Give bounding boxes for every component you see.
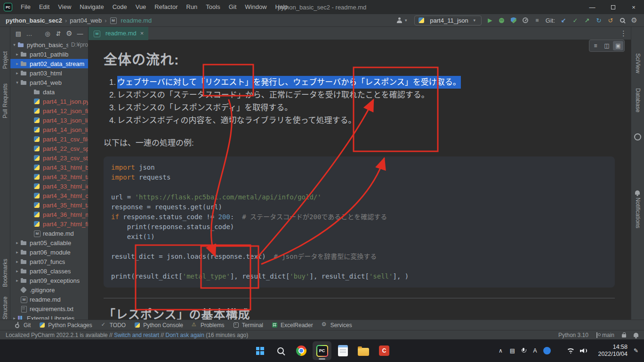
debug-button[interactable] — [499, 16, 505, 24]
tree-row[interactable]: part4_22_csv_split_l — [10, 144, 88, 153]
tree-chevron-icon[interactable]: ▸ — [14, 278, 20, 283]
maximize-button[interactable] — [603, 0, 623, 14]
preview-view-icon[interactable] — [613, 41, 623, 50]
switch-restart-link[interactable]: Switch and restart — [114, 332, 159, 338]
user-icon[interactable] — [396, 16, 409, 24]
cortana-icon[interactable] — [543, 347, 551, 354]
git-commit-button[interactable] — [572, 16, 579, 24]
more-icon[interactable] — [26, 30, 32, 37]
tree-chevron-icon[interactable]: ▸ — [14, 250, 20, 255]
tab-readme[interactable]: readme.md × — [89, 27, 148, 40]
tree-chevron-icon[interactable]: ▸ — [14, 52, 20, 57]
stack-icon[interactable] — [509, 347, 515, 354]
tree-chevron-icon[interactable]: ▸ — [14, 259, 20, 264]
tree-chevron-icon[interactable]: ▸ — [14, 269, 20, 273]
tree-row[interactable]: readme.md — [10, 229, 88, 238]
search-everywhere-button[interactable] — [619, 16, 626, 24]
tree-chevron-icon[interactable]: ▸ — [11, 316, 17, 320]
tree-row[interactable]: ▸part07_funcs — [10, 257, 88, 266]
tool-button-structure[interactable]: Structure — [2, 296, 8, 320]
tree-row[interactable]: part4_23_csv_string — [10, 153, 88, 163]
tree-row[interactable]: part4_13_json_list.py — [10, 115, 88, 125]
tree-row[interactable]: part4_14_json_list_f — [10, 125, 88, 134]
tree-chevron-icon[interactable]: ▸ — [14, 240, 20, 245]
volume-icon[interactable] — [580, 347, 588, 354]
menu-code[interactable]: Code — [108, 0, 131, 14]
menu-tools[interactable]: Tools — [201, 0, 224, 14]
tree-row[interactable]: ▸part06_module — [10, 247, 88, 257]
tool-button-database[interactable]: Database — [635, 88, 641, 112]
tree-row[interactable]: part4_31_html_basic — [10, 163, 88, 172]
profiler-button[interactable] — [522, 16, 529, 24]
tree-row[interactable]: ▸External Libraries — [10, 313, 88, 320]
tree-row[interactable]: ▾part04_web — [10, 78, 88, 87]
dont-ask-link[interactable]: Don't ask again — [166, 332, 204, 338]
menu-file[interactable]: File — [16, 0, 35, 14]
run-configuration-select[interactable]: part4_11_json — [414, 16, 481, 25]
explorer-button[interactable] — [354, 341, 373, 360]
bell-icon[interactable] — [635, 188, 640, 197]
tray-chevron-icon[interactable] — [497, 347, 504, 354]
tool-button-pull-requests[interactable]: Pull Requests — [2, 83, 8, 118]
settings-button[interactable] — [631, 16, 637, 24]
menu-refactor[interactable]: Refactor — [150, 0, 182, 14]
tool-window-excelreader[interactable]: ExcelReader — [267, 320, 317, 330]
locate-icon[interactable] — [44, 30, 51, 37]
tree-chevron-icon[interactable]: ▸ — [14, 71, 20, 75]
tree-row[interactable]: requirements.txt — [10, 304, 88, 313]
tree-row[interactable]: readme.md — [10, 295, 88, 304]
pycharm-button[interactable]: PC — [313, 341, 331, 360]
notepad-button[interactable] — [333, 341, 352, 360]
clock-widget[interactable]: 14:58 2022/10/04 — [598, 344, 628, 358]
tree-row[interactable]: part4_33_html_id.py — [10, 181, 88, 191]
menu-view[interactable]: View — [54, 0, 75, 14]
lock-icon[interactable] — [622, 334, 626, 337]
tool-window-services[interactable]: Services — [317, 320, 356, 330]
pen-icon[interactable] — [633, 347, 639, 354]
view-mode-icon[interactable] — [15, 30, 22, 37]
editor-view-icon[interactable] — [590, 41, 601, 50]
close-button[interactable]: × — [623, 0, 644, 14]
split-view-icon[interactable] — [602, 41, 612, 50]
tree-row[interactable]: part4_34_html_class — [10, 191, 88, 200]
git-update-button[interactable] — [560, 16, 567, 24]
chrome-button[interactable] — [292, 341, 311, 360]
tree-row[interactable]: ▸part01_pathlib — [10, 49, 88, 59]
tree-row[interactable]: part4_21_csv_file.py — [10, 134, 88, 144]
tab-options-icon[interactable] — [620, 30, 631, 37]
tab-close-icon[interactable]: × — [140, 30, 144, 37]
start-button[interactable] — [250, 341, 269, 360]
run-button[interactable] — [487, 16, 493, 24]
tree-row[interactable]: ▸part05_callable — [10, 238, 88, 247]
coverage-button[interactable] — [510, 16, 517, 24]
git-rollback-button[interactable] — [607, 16, 614, 24]
tool-window-problems[interactable]: Problems — [187, 320, 229, 330]
copilot-icon[interactable] — [634, 133, 641, 140]
notifications-icon[interactable] — [634, 333, 638, 337]
menu-run[interactable]: Run — [182, 0, 202, 14]
tool-window-python-console[interactable]: Python Console — [130, 320, 187, 330]
tree-row[interactable]: ▾python_basic_sec2D:¥pro — [10, 40, 88, 49]
git-push-button[interactable] — [584, 16, 590, 24]
breadcrumb-item-1[interactable]: part04_web — [69, 17, 103, 24]
tree-row[interactable]: ▸part08_classes — [10, 266, 88, 276]
menu-vue[interactable]: Vue — [131, 0, 151, 14]
tree-row[interactable]: part4_12_json_file.py — [10, 106, 88, 115]
git-branch-widget[interactable]: main — [596, 332, 614, 338]
tree-row[interactable]: part4_35_html_tag_ — [10, 200, 88, 210]
tree-row[interactable]: part4_11_json.py — [10, 97, 88, 106]
ime-indicator[interactable]: A — [531, 347, 538, 354]
tree-row[interactable]: ▸part03_html — [10, 68, 88, 78]
tree-row[interactable]: data — [10, 87, 88, 97]
tree-chevron-icon[interactable]: ▸ — [14, 61, 20, 66]
git-refresh-button[interactable] — [596, 16, 602, 24]
tool-window-terminal[interactable]: Terminal — [229, 320, 267, 330]
tool-button-project[interactable]: Project — [2, 51, 8, 69]
tree-row[interactable]: ▸part02_data_stream — [10, 59, 88, 68]
tree-row[interactable]: part4_32_html_tag.py — [10, 172, 88, 181]
tool-window-todo[interactable]: TODO — [97, 320, 130, 330]
tool-window-python-packages[interactable]: Python Packages — [35, 320, 96, 330]
tree-row[interactable]: part4_36_html_multi — [10, 210, 88, 219]
menu-window[interactable]: Window — [241, 0, 271, 14]
sort-icon[interactable] — [55, 30, 62, 37]
